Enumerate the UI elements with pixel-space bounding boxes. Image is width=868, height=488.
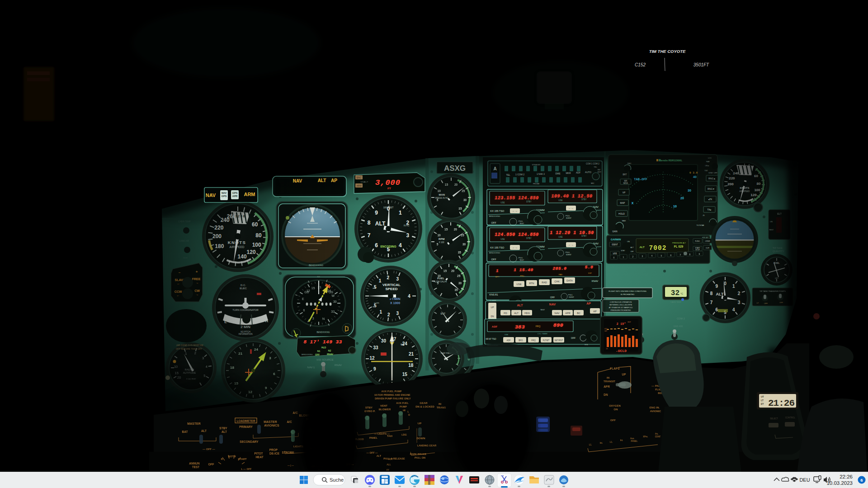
svg-text:— | —: — | — — [288, 464, 294, 467]
svg-text:AT OR ABOVE 24" MANIFOLD: AT OR ABOVE 24" MANIFOLD — [609, 307, 633, 309]
svg-text:3: 3 — [406, 232, 409, 239]
svg-text:ADF: ADF — [492, 325, 498, 328]
svg-text:FD: FD — [504, 312, 507, 314]
svg-text:USE: USE — [558, 236, 562, 238]
svg-text:GPS: GPS — [222, 195, 227, 197]
svg-text:←→: ←→ — [512, 246, 518, 249]
svg-text:22:26: 22:26 — [840, 474, 853, 479]
svg-text:IDENT: IDENT — [612, 244, 618, 246]
svg-text:3: 3 — [396, 277, 399, 282]
svg-text:USE: USE — [505, 333, 509, 336]
svg-text:AUX FUEL PUMP: AUX FUEL PUMP — [382, 390, 402, 393]
svg-text:GPS: GPS — [232, 192, 238, 194]
svg-text:15: 15 — [443, 269, 447, 272]
svg-text:O: O — [408, 413, 410, 416]
svg-text:4: 4 — [651, 254, 653, 257]
svg-text:ON: ON — [627, 240, 630, 243]
svg-text:PRIMARY: PRIMARY — [239, 425, 253, 428]
svg-text:9: 9 — [373, 366, 376, 371]
svg-text:Int.: Int. — [600, 442, 603, 444]
svg-text:HI FOR PRIMING AND ENGINE: HI FOR PRIMING AND ENGINE — [374, 394, 410, 396]
svg-text:30: 30 — [462, 243, 466, 246]
svg-text:FRQ: FRQ — [531, 339, 536, 342]
svg-text:ALL: ALL — [387, 463, 391, 466]
svg-text:6: 6 — [375, 242, 378, 249]
svg-text:ALT: ALT — [514, 312, 519, 314]
svg-text:ENG IN.: ENG IN. — [650, 406, 660, 409]
svg-text:5: 5 — [437, 243, 439, 246]
svg-text:TILT/STAB: TILT/STAB — [697, 225, 704, 226]
svg-text:BLOWER: BLOWER — [379, 408, 391, 411]
svg-text:ALT: ALT — [375, 221, 386, 227]
svg-text:3: 3 — [642, 255, 643, 258]
svg-text:AP: AP — [586, 302, 591, 305]
svg-text:STBY: STBY — [219, 427, 227, 430]
svg-text:OFF: OFF — [491, 258, 497, 261]
svg-text:ADF: ADF — [507, 339, 511, 342]
svg-text:TEST: TEST — [192, 465, 200, 469]
svg-text:ALT: ALT — [318, 178, 326, 183]
svg-text:2: 2 — [387, 312, 390, 317]
svg-text:9: 9 — [375, 210, 378, 216]
svg-text:AVIONICS: AVIONICS — [264, 424, 279, 427]
svg-text:HEAT: HEAT — [255, 455, 263, 459]
svg-text:8 17' 149 33: 8 17' 149 33 — [303, 339, 342, 345]
svg-text:ANNUN: ANNUN — [189, 462, 200, 465]
svg-text:FF: FF — [387, 469, 389, 471]
svg-text:DRIVEN PUMP FAILURE ONLY: DRIVEN PUMP FAILURE ONLY — [375, 397, 411, 400]
svg-text:STBY: STBY — [365, 406, 373, 409]
svg-text:CABIN TEMP: CABIN TEMP — [670, 301, 682, 303]
svg-text:RPM: RPM — [439, 238, 444, 240]
svg-text:OFF: OFF — [208, 463, 214, 466]
svg-text:30: 30 — [381, 338, 387, 343]
svg-text:PRESSURE PROHIBITED: PRESSURE PROHIBITED — [610, 310, 631, 311]
svg-text:GEAR: GEAR — [420, 402, 428, 404]
svg-text:AUX FUEL: AUX FUEL — [396, 402, 409, 404]
svg-text:100 FEET: 100 FEET — [383, 206, 394, 209]
svg-text:←→: ←→ — [512, 210, 518, 212]
svg-text:FUEL: FUEL — [437, 277, 444, 280]
svg-text:DN & LOCKED: DN & LOCKED — [415, 405, 434, 408]
svg-text:APR: APR — [565, 312, 570, 314]
svg-text:PANEL: PANEL — [631, 440, 638, 442]
svg-text:ALT: ALT — [630, 246, 634, 249]
svg-text:3501FT: 3501FT — [693, 62, 709, 67]
svg-text:KR 87 TSO: KR 87 TSO — [486, 338, 496, 340]
svg-text:UP: UP — [622, 373, 626, 376]
svg-text:BAT: BAT — [182, 430, 188, 433]
svg-text:HDG: HDG — [524, 312, 530, 314]
svg-text:TAXI: TAXI — [387, 435, 393, 437]
svg-text:0: 0 — [613, 256, 615, 259]
svg-text:TEST: TEST — [519, 259, 524, 261]
svg-text:XPm.: XPm. — [643, 436, 648, 438]
svg-text:8: 8 — [368, 220, 371, 226]
svg-text:ALT: ALT — [377, 455, 382, 457]
svg-text:STOP: STOP — [695, 249, 700, 251]
svg-text:ALT: ALT — [201, 429, 207, 432]
svg-text:-15: -15 — [702, 215, 704, 216]
svg-text:SET/RST: SET/RST — [554, 339, 563, 342]
svg-text:AP: AP — [593, 310, 597, 313]
svg-text:6: 6 — [670, 254, 672, 257]
svg-text:APR: APR — [232, 195, 238, 197]
svg-text:1: 1 — [623, 256, 624, 258]
svg-text:KNAV: KNAV — [592, 280, 599, 282]
svg-text:— OFF —: — OFF — — [203, 448, 215, 450]
svg-text:CONTINUOUS OPERATION: CONTINUOUS OPERATION — [610, 301, 632, 303]
svg-text:BFO: BFO — [519, 339, 523, 342]
svg-text:PULL & RELEASE: PULL & RELEASE — [383, 457, 405, 460]
svg-text:BETWEEN 2,350-2,450 RPM: BETWEEN 2,350-2,450 RPM — [609, 304, 632, 306]
svg-text:10.03.2023: 10.03.2023 — [826, 480, 853, 486]
svg-text:OFF: OFF — [571, 337, 576, 339]
svg-text:CHT: CHT — [604, 330, 607, 332]
svg-text:2: 2 — [632, 255, 634, 258]
svg-text:OFF BEFORE TAKE OFF: OFF BEFORE TAKE OFF — [176, 347, 202, 350]
svg-text:Suche: Suche — [330, 477, 344, 483]
svg-text:UT: UT — [761, 395, 764, 398]
svg-text:HI: HI — [403, 409, 406, 412]
svg-text:FT: FT — [387, 187, 391, 190]
svg-text:L — OFF: L — OFF — [241, 468, 252, 470]
svg-text:KX 155 TSO: KX 155 TSO — [491, 246, 505, 249]
svg-text:APR: APR — [604, 385, 610, 388]
svg-text:Int.: Int. — [620, 439, 623, 441]
